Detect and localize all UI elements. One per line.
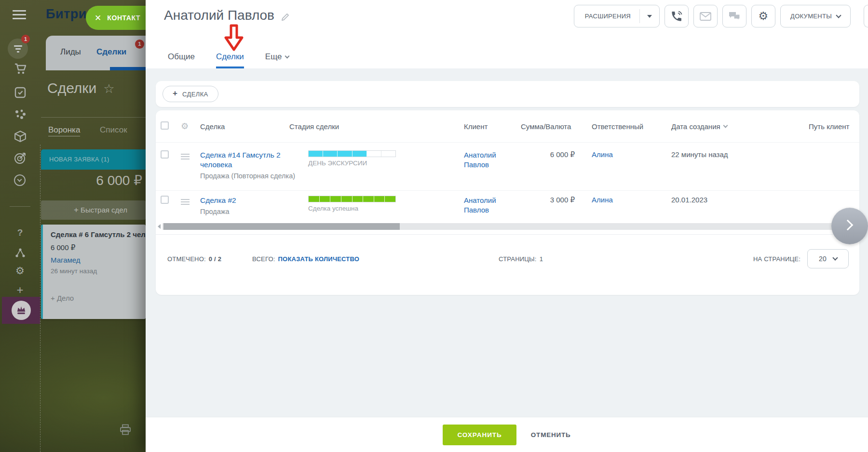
row-checkbox[interactable] (161, 150, 169, 159)
responsible-link[interactable]: Алина (575, 196, 654, 204)
deal-row[interactable]: Сделка #14 Гамсутль 2 человека Продажа (… (156, 143, 859, 191)
favorite-star-icon[interactable]: ☆ (103, 81, 114, 96)
kanban-column-count: (1) (101, 156, 109, 163)
view-tab-list[interactable]: Список (100, 125, 127, 134)
stage-progress-bar[interactable] (308, 150, 396, 157)
plus-icon: + (173, 89, 177, 98)
per-page-control: НА СТРАНИЦЕ: 20 (753, 249, 849, 268)
add-deal-button[interactable]: + СДЕЛКА (163, 86, 218, 102)
tariff-crown-button[interactable] (2, 297, 40, 324)
tab-general[interactable]: Общие (168, 52, 195, 68)
column-deal[interactable]: Сделка (200, 122, 289, 131)
bg-page-title: Сделки☆ (47, 80, 115, 96)
deal-sum: 6 000 ₽ (521, 150, 575, 159)
slider-close-button[interactable]: ✕ КОНТАКТ (86, 6, 150, 30)
shop-cart-icon[interactable] (0, 63, 40, 75)
deal-funnel-label: Продажа (200, 208, 289, 215)
slider-entity-label: КОНТАКТ (107, 14, 140, 22)
chat-button[interactable] (722, 5, 746, 27)
left-sidebar: 1 ? ⚙ + (0, 0, 40, 452)
kanban-card-sum: 6 000 ₽ (51, 243, 146, 252)
sidebar-counter-badge: 1 (21, 35, 30, 43)
column-responsible[interactable]: Ответственный (575, 122, 654, 131)
extensions-button[interactable]: РАСШИРЕНИЯ (574, 5, 660, 27)
horizontal-scrollbar[interactable] (156, 223, 859, 230)
contact-tabs: Общие Сделки Еще (168, 52, 289, 68)
printer-icon[interactable] (120, 424, 131, 436)
add-plus-icon[interactable]: + (0, 283, 40, 297)
stage-label: ДЕНЬ ЭКСКУРСИИ (308, 160, 464, 167)
stage-progress-bar[interactable] (308, 196, 396, 202)
per-page-select[interactable]: 20 (807, 249, 849, 268)
deal-row[interactable]: Сделка #2 Продажа Сделка успешна Анатоли… (156, 191, 859, 221)
view-tab-funnel[interactable]: Воронка (48, 125, 80, 136)
community-dots-icon[interactable] (0, 109, 40, 120)
sites-cube-icon[interactable] (0, 130, 40, 143)
quick-deal-button[interactable]: + Быстрая сдел (41, 200, 146, 220)
column-client[interactable]: Клиент (464, 122, 521, 131)
grid-settings-gear-icon[interactable]: ⚙ (181, 121, 200, 132)
column-client-path[interactable]: Путь клиент (809, 122, 859, 131)
deal-sum: 3 000 ₽ (521, 196, 575, 204)
documents-button[interactable]: ДОКУМЕНТЫ (780, 5, 851, 27)
deals-toolbar: + СДЕЛКА (156, 81, 859, 107)
network-share-icon[interactable] (0, 248, 40, 258)
grid-footer: ОТМЕЧЕНО: 0 / 2 ВСЕГО: ПОКАЗАТЬ КОЛИЧЕСТ… (156, 234, 859, 295)
clipped-button-edge (864, 5, 868, 27)
cancel-button[interactable]: ОТМЕНИТЬ (531, 431, 571, 439)
scrollbar-thumb[interactable] (163, 223, 400, 230)
call-button[interactable] (665, 5, 689, 27)
tab-deals[interactable]: Сделки (216, 52, 244, 68)
close-x-icon: ✕ (95, 13, 101, 23)
column-created[interactable]: Дата создания (654, 122, 809, 131)
drag-handle-icon[interactable] (181, 199, 190, 200)
scrollbar-track[interactable] (163, 223, 853, 230)
phone-icon (670, 10, 683, 23)
deals-tab-underline (110, 67, 149, 70)
tab-more[interactable]: Еще (265, 52, 289, 68)
stage-label: Сделка успешна (308, 205, 464, 212)
settings-gear-icon[interactable]: ⚙ (0, 265, 40, 277)
annotation-arrow-icon (224, 24, 244, 51)
tab-deals[interactable]: Сделки (96, 47, 126, 57)
tab-leads[interactable]: Лиды (60, 47, 81, 57)
help-icon[interactable]: ? (0, 227, 40, 238)
contact-title: Анатолий Павлов (164, 8, 289, 23)
deal-title-link[interactable]: Сделка #2 (200, 196, 289, 205)
kanban-column-header[interactable]: НОВАЯ ЗАЯВКА (1) (41, 149, 146, 170)
save-button[interactable]: СОХРАНИТЬ (443, 425, 516, 445)
column-stage[interactable]: Стадия сделки (289, 122, 464, 131)
extensions-label: РАСШИРЕНИЯ (574, 13, 639, 20)
next-entity-button[interactable] (831, 208, 868, 244)
action-bar: СОХРАНИТЬ ОТМЕНИТЬ (146, 417, 868, 452)
extensions-dropdown-icon[interactable] (640, 15, 659, 18)
sidebar-more-icon[interactable] (14, 174, 26, 186)
responsible-link[interactable]: Алина (575, 150, 654, 159)
kanban-card-title[interactable]: Сделка # 6 Гамсутль 2 чел (51, 230, 146, 239)
kanban-card-client-link[interactable]: Магамед (51, 256, 146, 264)
settings-button[interactable]: ⚙ (751, 5, 775, 27)
crm-entity-tabs: Лиды Сделки 1 (46, 36, 149, 70)
kanban-card-add-todo[interactable]: + Дело (51, 294, 146, 302)
scroll-left-icon[interactable] (158, 224, 161, 229)
mail-icon (700, 12, 711, 21)
checked-counter: ОТМЕЧЕНО: 0 / 2 (167, 249, 221, 268)
kanban-deal-card[interactable]: Сделка # 6 Гамсутль 2 чел 6 000 ₽ Магаме… (41, 225, 146, 319)
row-checkbox[interactable] (161, 196, 169, 204)
email-button[interactable] (693, 5, 718, 27)
client-link[interactable]: Анатолий Павлов (464, 196, 510, 215)
drag-handle-icon[interactable] (181, 154, 190, 155)
panel-header: Анатолий Павлов РАСШИРЕНИЯ ⚙ (146, 0, 868, 68)
marketing-target-icon[interactable] (0, 151, 40, 165)
contact-slider-panel: Анатолий Павлов РАСШИРЕНИЯ ⚙ (146, 0, 868, 452)
tasks-icon[interactable] (0, 87, 40, 98)
edit-pencil-icon[interactable] (281, 13, 289, 21)
show-count-link[interactable]: ПОКАЗАТЬ КОЛИЧЕСТВО (278, 255, 360, 263)
column-sum[interactable]: Сумма/Валюта (521, 122, 575, 131)
menu-burger-icon[interactable] (13, 10, 26, 12)
select-all-checkbox[interactable] (161, 121, 169, 130)
client-link[interactable]: Анатолий Павлов (464, 150, 510, 170)
sidebar-divider (10, 206, 30, 207)
deal-title-link[interactable]: Сделка #14 Гамсутль 2 человека (200, 150, 289, 170)
kanban-column-dashed-border (40, 145, 41, 452)
